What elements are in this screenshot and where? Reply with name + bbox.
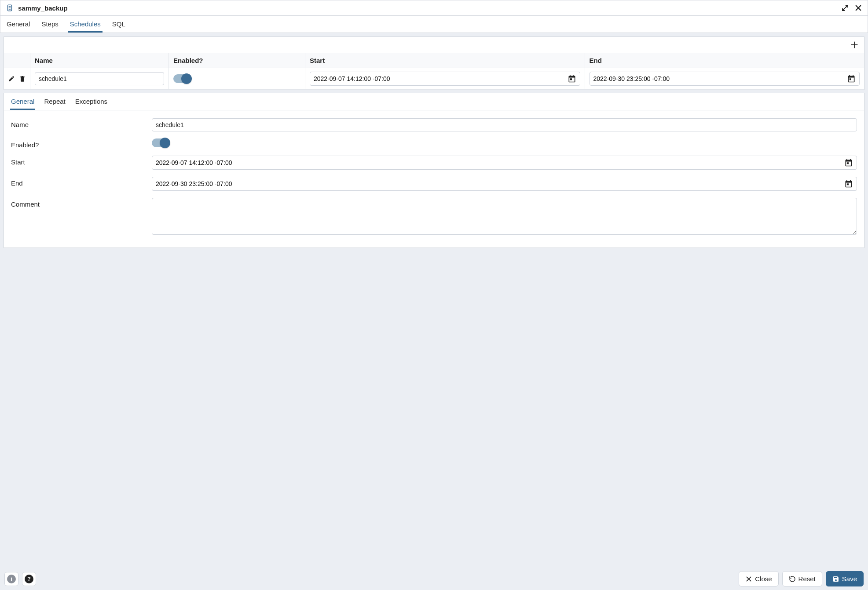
reset-button[interactable]: Reset — [782, 571, 822, 586]
calendar-icon[interactable] — [844, 158, 853, 167]
row-end-input[interactable] — [593, 74, 845, 84]
save-button-label: Save — [842, 575, 857, 583]
header-name: Name — [30, 53, 169, 68]
label-comment: Comment — [11, 198, 152, 208]
schedule-detail-card: General Repeat Exceptions Name Enabled? — [4, 93, 864, 248]
calendar-icon[interactable] — [847, 74, 856, 83]
job-icon — [5, 3, 15, 13]
row-name-input[interactable] — [35, 72, 164, 85]
help-button[interactable]: ? — [22, 572, 36, 586]
expand-icon[interactable] — [840, 3, 850, 13]
label-name: Name — [11, 118, 152, 128]
row-end-field[interactable] — [590, 72, 860, 86]
comment-input[interactable] — [152, 198, 857, 235]
schedules-grid: Name Enabled? Start End — [4, 53, 864, 90]
table-row — [4, 68, 864, 90]
tab-schedules[interactable]: Schedules — [68, 16, 103, 33]
end-field[interactable] — [152, 177, 857, 191]
close-icon[interactable] — [853, 3, 863, 13]
reset-button-label: Reset — [798, 575, 816, 583]
header-enabled: Enabled? — [169, 53, 305, 68]
schedules-panel: Name Enabled? Start End — [4, 36, 864, 564]
edit-row-button[interactable] — [7, 74, 16, 84]
label-enabled: Enabled? — [11, 138, 152, 149]
schedule-form: Name Enabled? Start — [4, 110, 864, 248]
end-input[interactable] — [156, 179, 842, 189]
name-input[interactable] — [152, 118, 857, 131]
start-field[interactable] — [152, 156, 857, 170]
info-button[interactable]: i — [4, 572, 18, 586]
calendar-icon[interactable] — [568, 74, 576, 83]
titlebar: sammy_backup — [0, 0, 868, 16]
detail-tab-repeat[interactable]: Repeat — [43, 93, 66, 110]
tab-steps[interactable]: Steps — [40, 16, 60, 33]
top-tabs: General Steps Schedules SQL — [0, 16, 868, 33]
detail-tabs: General Repeat Exceptions — [4, 93, 864, 110]
row-start-input[interactable] — [314, 74, 565, 84]
detail-tab-exceptions[interactable]: Exceptions — [74, 93, 108, 110]
header-end: End — [585, 53, 864, 68]
row-start-field[interactable] — [310, 72, 580, 86]
enabled-toggle[interactable] — [152, 138, 169, 147]
header-actions — [4, 53, 30, 68]
grid-toolbar — [4, 36, 864, 53]
tab-sql[interactable]: SQL — [110, 16, 127, 33]
label-start: Start — [11, 156, 152, 166]
delete-row-button[interactable] — [18, 74, 28, 84]
start-input[interactable] — [156, 158, 842, 168]
calendar-icon[interactable] — [844, 179, 853, 188]
close-button-label: Close — [755, 575, 772, 583]
row-enabled-toggle[interactable] — [173, 74, 191, 83]
tab-general[interactable]: General — [5, 16, 32, 33]
close-button[interactable]: Close — [739, 571, 778, 586]
label-end: End — [11, 177, 152, 187]
dialog-footer: i ? Close Reset Save — [0, 568, 868, 590]
save-button[interactable]: Save — [826, 571, 864, 586]
header-start: Start — [305, 53, 585, 68]
window-title: sammy_backup — [18, 4, 837, 12]
detail-tab-general[interactable]: General — [10, 93, 35, 110]
add-row-button[interactable] — [848, 39, 861, 51]
